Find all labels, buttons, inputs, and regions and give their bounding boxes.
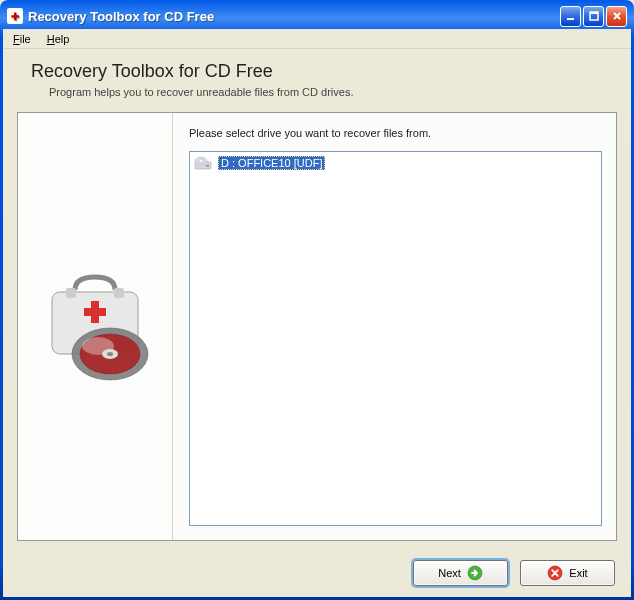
- application-window: ✚ Recovery Toolbox for CD Free File Help…: [0, 0, 634, 600]
- page-title: Recovery Toolbox for CD Free: [31, 61, 603, 82]
- cancel-icon: [547, 565, 563, 581]
- svg-rect-2: [590, 12, 598, 14]
- arrow-right-icon: [467, 565, 483, 581]
- svg-rect-0: [567, 18, 574, 20]
- svg-rect-17: [206, 165, 209, 167]
- page-subtitle: Program helps you to recover unreadable …: [49, 86, 603, 98]
- drive-label: D : OFFICE10 [UDF]: [218, 156, 325, 170]
- svg-point-20: [200, 160, 203, 162]
- next-button-label: Next: [438, 567, 461, 579]
- window-title: Recovery Toolbox for CD Free: [28, 9, 560, 24]
- menu-file[interactable]: File: [7, 31, 37, 47]
- footer: Next Exit: [3, 549, 631, 597]
- content-pane: Please select drive you want to recover …: [173, 113, 616, 540]
- maximize-button[interactable]: [583, 6, 604, 27]
- header: Recovery Toolbox for CD Free Program hel…: [3, 49, 631, 104]
- client-area: File Help Recovery Toolbox for CD Free P…: [3, 29, 631, 597]
- menu-help[interactable]: Help: [41, 31, 76, 47]
- exit-button-label: Exit: [569, 567, 587, 579]
- next-button[interactable]: Next: [413, 560, 508, 586]
- app-icon: ✚: [7, 8, 23, 24]
- main-panel: Please select drive you want to recover …: [17, 112, 617, 541]
- illustration-pane: [18, 113, 173, 540]
- menubar: File Help: [3, 29, 631, 49]
- svg-rect-6: [114, 288, 124, 298]
- drive-list[interactable]: D : OFFICE10 [UDF]: [189, 151, 602, 526]
- minimize-button[interactable]: [560, 6, 581, 27]
- svg-rect-8: [91, 301, 99, 323]
- exit-button[interactable]: Exit: [520, 560, 615, 586]
- svg-rect-5: [66, 288, 76, 298]
- svg-point-15: [107, 352, 113, 356]
- instruction-text: Please select drive you want to recover …: [189, 127, 602, 139]
- cd-drive-icon: [194, 155, 212, 171]
- titlebar[interactable]: ✚ Recovery Toolbox for CD Free: [3, 3, 631, 29]
- drive-item[interactable]: D : OFFICE10 [UDF]: [192, 154, 599, 172]
- window-controls: [560, 6, 627, 27]
- close-button[interactable]: [606, 6, 627, 27]
- first-aid-kit-icon: [30, 262, 160, 392]
